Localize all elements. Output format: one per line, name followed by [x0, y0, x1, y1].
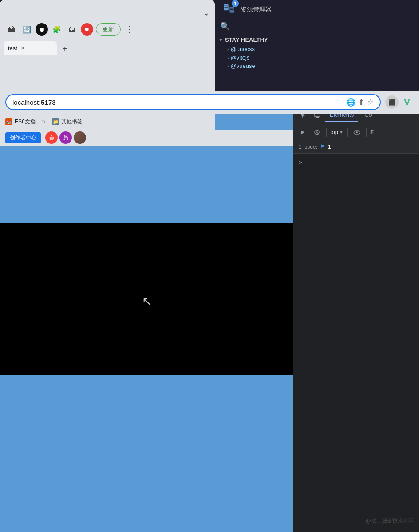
chrome-icon-landscape[interactable]: 🏔	[5, 23, 18, 36]
vscode-explorer-icon: 1	[222, 2, 236, 18]
devtools-separator-2	[347, 128, 348, 137]
content-blue-bottom	[0, 375, 293, 532]
vscode-badge: 1	[232, 0, 239, 7]
chrome-user-avatars: 会 员	[45, 131, 86, 144]
chrome-vue-icon[interactable]: V	[400, 95, 414, 109]
devtools-issue-count: 1	[328, 144, 331, 150]
vscode-item-label-3: @vueuse	[231, 63, 255, 69]
devtools-filter-label: F	[370, 129, 374, 135]
chrome-translate-icon[interactable]: 🌐	[346, 98, 356, 107]
chrome-icon-reload-circle[interactable]: 🔄	[20, 23, 33, 36]
avatar-3	[74, 131, 86, 144]
vscode-header: 1 资源管理器	[215, 0, 419, 20]
chrome-dropdown-button[interactable]: ⌄	[201, 6, 211, 20]
bookmark-creator[interactable]: 创作者中心	[5, 132, 41, 143]
svg-marker-8	[301, 130, 304, 135]
browser-content: ↖	[0, 107, 293, 532]
devtools-top-label: top	[330, 129, 338, 135]
vscode-root-label: STAY-HEALTHY	[225, 36, 268, 43]
svg-rect-7	[316, 117, 319, 118]
vscode-search-icon[interactable]: 🔍	[220, 21, 230, 31]
vscode-root-chevron: ▼	[218, 37, 223, 43]
bookmark-es6-label: ES6文档	[15, 118, 36, 126]
chrome-share-icon[interactable]: ⬆	[358, 98, 364, 107]
vscode-tree-item-vitejs[interactable]: › @vitejs	[215, 53, 419, 62]
chrome-toolbar-icons: 🏔 🔄 ⏺ 🧩 🗂 ⏺ 更新 ⋮	[0, 20, 215, 39]
svg-line-10	[316, 131, 318, 134]
svg-rect-0	[224, 4, 229, 10]
chrome-bookmarks-bar: 📚 ES6文档 » 📁 其他书签	[0, 114, 215, 130]
chrome-url-text: localhost:5173	[12, 99, 344, 106]
bookmark-creator-label: 创作者中心	[10, 134, 36, 142]
devtools-separator	[326, 128, 327, 137]
chrome-extension-icon-gray[interactable]: ⬛	[385, 95, 399, 109]
devtools-top-select[interactable]: top ▼	[330, 129, 344, 135]
vscode-header-title: 资源管理器	[241, 6, 272, 14]
devtools-issue-text: 1 Issue:	[299, 144, 317, 150]
devtools-stop-button[interactable]	[311, 127, 323, 138]
devtools-play-button[interactable]	[297, 127, 308, 138]
devtools-console-area: > @稀土掘金技术社区	[293, 154, 419, 532]
chrome-address-bar: localhost:5173 🌐 ⬆ ☆ ⬛ V	[0, 91, 419, 114]
chrome-tab-close-button[interactable]: ×	[21, 44, 24, 52]
devtools-console-prompt[interactable]: >	[299, 159, 414, 166]
chrome-new-tab-button[interactable]: +	[59, 43, 71, 55]
content-black: ↖	[0, 223, 293, 375]
vscode-item-label-1: @unocss	[231, 46, 255, 52]
chrome-icon-record[interactable]: ⏺	[81, 23, 93, 36]
devtools-eye-button[interactable]	[351, 127, 363, 138]
vscode-item-chevron-3: ›	[227, 64, 229, 69]
vscode-tree-item-vueuse[interactable]: › @vueuse	[215, 62, 419, 70]
svg-rect-2	[224, 7, 228, 7]
chrome-url-port: :5173	[39, 99, 55, 106]
mouse-cursor: ↖	[142, 294, 152, 308]
chrome-icon-window[interactable]: 🗂	[66, 23, 78, 36]
vscode-item-chevron-1: ›	[227, 47, 229, 52]
bookmark-separator: »	[42, 118, 46, 126]
bookmark-other[interactable]: 📁 其他书签	[52, 118, 83, 126]
chrome-bookmark-star-icon[interactable]: ☆	[367, 98, 374, 107]
chrome-tab-label: test	[8, 45, 17, 52]
chrome-nav-icons: ⬛ V	[385, 95, 414, 109]
chrome-tab-bar-top: ⌄	[0, 0, 215, 20]
avatar-2: 员	[59, 131, 72, 144]
svg-rect-5	[230, 9, 234, 10]
bookmark-es6[interactable]: 📚 ES6文档	[5, 118, 36, 126]
svg-rect-1	[224, 6, 228, 6]
svg-point-11	[356, 131, 358, 133]
vscode-item-label-2: @vitejs	[231, 54, 250, 61]
bookmark-es6-favicon: 📚	[5, 118, 12, 125]
bookmark-other-favicon: 📁	[52, 118, 59, 125]
chrome-tab-strip: test × +	[0, 39, 215, 55]
chrome-address-icons: 🌐 ⬆ ☆	[346, 98, 374, 107]
chrome-icon-puzzle[interactable]: 🧩	[51, 23, 63, 36]
devtools-issue-bar: 1 Issue: ⚑ 1	[293, 140, 419, 154]
bookmark-other-label: 其他书签	[61, 118, 83, 126]
chrome-update-button[interactable]: 更新	[96, 23, 121, 36]
chrome-bookmarks-bar-full: 创作者中心 会 员	[0, 130, 293, 146]
devtools-top-chevron: ▼	[339, 130, 344, 135]
devtools-console-toolbar: top ▼ F	[293, 124, 419, 140]
chrome-url-host: localhost	[12, 99, 39, 106]
chrome-tab-test[interactable]: test ×	[4, 41, 57, 55]
devtools-watermark: @稀土掘金技术社区	[366, 517, 414, 525]
devtools-panel: Elements Co top ▼ F	[293, 107, 419, 532]
chrome-more-button[interactable]: ⋮	[123, 24, 135, 34]
devtools-issue-flag-icon: ⚑	[320, 143, 325, 150]
chrome-icon-circle-dark[interactable]: ⏺	[36, 23, 48, 36]
vscode-tree-root[interactable]: ▼ STAY-HEALTHY	[215, 35, 419, 45]
vscode-tree-item-unocss[interactable]: › @unocss	[215, 45, 419, 53]
svg-rect-4	[230, 8, 234, 8]
devtools-separator-3	[366, 128, 367, 137]
avatar-1: 会	[45, 131, 58, 144]
devtools-prompt-symbol: >	[299, 159, 302, 166]
chrome-address-input[interactable]: localhost:5173 🌐 ⬆ ☆	[5, 94, 381, 110]
vscode-item-chevron-2: ›	[227, 55, 229, 60]
